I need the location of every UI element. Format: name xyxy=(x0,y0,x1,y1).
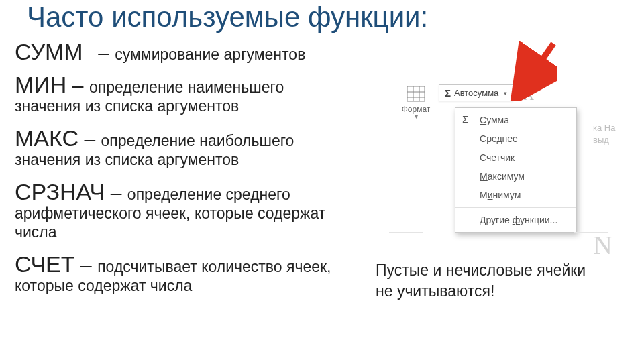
svg-rect-0 xyxy=(407,86,425,101)
autosum-label: Автосумма xyxy=(454,88,498,98)
menu-item-count[interactable]: Счетчик xyxy=(455,148,576,167)
fn-name: СУММ xyxy=(15,39,83,64)
menu-item-max[interactable]: Максимум xyxy=(455,167,576,186)
format-icon xyxy=(405,84,427,103)
fn-min: МИН – определение наименьшего значения и… xyxy=(15,72,337,116)
format-button[interactable]: Формат ▾ xyxy=(397,84,435,120)
fn-max: МАКС – определение наибольшего значения … xyxy=(15,125,337,170)
font-placeholder: A xyxy=(517,84,540,105)
fn-name: СЧЕТ xyxy=(15,251,75,277)
fn-count: СЧЕТ – подсчитывает количество ячеек, ко… xyxy=(15,251,337,296)
dash: – xyxy=(84,128,95,150)
fn-sub: которые содержат числа xyxy=(15,276,337,296)
hint-top: ка На xyxy=(593,122,640,134)
fn-desc: подсчитывает количество ячеек, xyxy=(97,258,331,276)
menu-separator xyxy=(455,207,576,208)
menu-sum-rest: умма xyxy=(486,115,509,125)
excel-ribbon-mock: Формат ▾ Σ Автосумма ▾ A Σ Сумма Средн xyxy=(397,84,619,120)
fn-sum: СУММ – суммирование аргументов xyxy=(15,39,337,65)
page-title: Часто используемые функции: xyxy=(27,1,428,34)
svg-line-6 xyxy=(523,44,553,87)
menu-item-sum[interactable]: Σ Сумма xyxy=(455,111,576,129)
dash: – xyxy=(72,74,84,97)
menu-avg-rest: реднее xyxy=(486,133,518,144)
menu-min-rest: нимум xyxy=(493,190,521,200)
worksheet-gridline-hint xyxy=(389,232,610,252)
fn-desc: определение наибольшего xyxy=(101,132,294,149)
function-list: СУММ – суммирование аргументов МИН – опр… xyxy=(15,39,337,300)
sigma-icon: Σ xyxy=(462,113,468,125)
slide: Часто используемые функции: СУММ – сумми… xyxy=(0,0,644,362)
fn-desc: определение среднего xyxy=(127,186,290,203)
fn-sub: значения из списка аргументов xyxy=(15,97,337,116)
fn-avg: СРЗНАЧ – определение среднего арифметиче… xyxy=(15,179,337,243)
fn-name: СРЗНАЧ xyxy=(15,179,105,204)
dash: – xyxy=(80,254,92,276)
letter-a-icon: A xyxy=(517,84,540,105)
chevron-down-icon: ▾ xyxy=(415,113,418,120)
dash: – xyxy=(98,42,109,64)
fn-desc: определение наименьшего xyxy=(89,78,284,96)
footnote: Пустые и нечисловые ячейки не учитываютс… xyxy=(376,260,597,302)
fn-desc: суммирование аргументов xyxy=(115,46,305,63)
dash: – xyxy=(111,182,122,204)
fn-sub: значения из списка аргументов xyxy=(15,150,337,170)
autosum-dropdown: Σ Сумма Среднее Счетчик Максимум Минимум… xyxy=(455,107,577,233)
menu-max-rest: аксимум xyxy=(488,171,525,182)
menu-item-avg[interactable]: Среднее xyxy=(455,129,576,148)
menu-item-min[interactable]: Минимум xyxy=(455,186,576,204)
fn-name: МИН xyxy=(15,72,66,97)
fn-name: МАКС xyxy=(15,125,78,151)
fn-sub: арифметического ячеек, которые содержат … xyxy=(15,204,337,243)
menu-item-more[interactable]: Другие функции... xyxy=(455,210,576,229)
menu-more-rest: ункции... xyxy=(520,215,557,225)
autosum-button[interactable]: Σ Автосумма ▾ xyxy=(439,84,513,101)
chevron-down-icon: ▾ xyxy=(504,90,507,97)
menu-count-rest: етчик xyxy=(491,152,515,163)
hint-mid: выд xyxy=(593,134,640,146)
sigma-icon: Σ xyxy=(445,87,451,99)
